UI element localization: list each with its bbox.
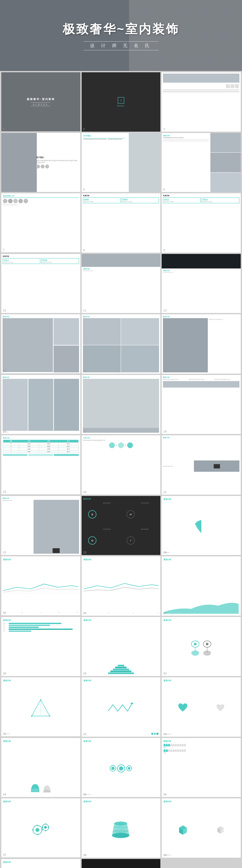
- slide-36[interactable]: 数据分析 33% 21% 36: [162, 738, 241, 797]
- slide-4[interactable]: 关于我们 这是关于我们的内容介绍文字这是关于我们的内容介绍文字这是关于我们的内容…: [1, 133, 80, 192]
- slide-18[interactable]: 案例介绍 案例详情介绍文字内容展示介绍内容 案例详情介绍文字内容展示介绍内容 案…: [162, 375, 241, 434]
- svg-rect-34: [42, 827, 43, 828]
- slide29-title: 数据分析: [84, 619, 159, 622]
- slide-3[interactable]: 3: [162, 72, 241, 132]
- slide-11[interactable]: 案例介绍 案例介绍详情文字内容 11: [82, 254, 161, 313]
- slide-24[interactable]: 数据分析 图表数据说明 24: [162, 496, 241, 555]
- slide10-title: 发展历程: [3, 255, 79, 257]
- slide-1[interactable]: 极致奢华~室内装饰 设计师无名氏 1: [1, 72, 80, 131]
- slide-27[interactable]: 数据分析 27: [162, 556, 241, 616]
- svg-point-10: [194, 643, 196, 645]
- slide34-title: 数据分析: [3, 740, 79, 743]
- slide33-body: 爱心图表数据说明: [163, 734, 239, 735]
- slide29-number: 29: [83, 672, 87, 675]
- slide-19[interactable]: 案例介绍 项目内容说明备注 A内容1说明1备注1 B内容2说明2备注2 C内容3…: [1, 435, 80, 494]
- slide-41[interactable]: THANK YOU 41: [82, 859, 161, 868]
- slide-16[interactable]: 案例介绍 案例详情内容 16: [1, 375, 80, 434]
- slide-35[interactable]: 数据分析 圆圈图表说明内容 35: [82, 738, 161, 797]
- slide-31[interactable]: 数据分析 三角形图表说明 31: [1, 677, 80, 736]
- slide-10[interactable]: 发展历程 2014 发展历程节点介绍内容 2016 发展历程节点介绍内容 10: [1, 254, 80, 313]
- svg-point-25: [35, 828, 39, 832]
- slide-34[interactable]: 数据分析 34: [1, 738, 80, 797]
- slide-40[interactable]: 数据分析 40: [1, 859, 80, 868]
- slide23-ow: 机会分析内容说明: [102, 528, 121, 553]
- slide-39[interactable]: 数据分析 立体图表数据说明 39: [162, 798, 241, 858]
- svg-point-22: [49, 715, 50, 717]
- slide-15[interactable]: 案例介绍 案例详情介绍文字内容展示介绍 15: [162, 314, 241, 374]
- hero-section: 极致奢华~室内装饰 设 计 师 无 名 氏: [0, 0, 242, 71]
- slide26-number: 26: [83, 612, 87, 615]
- slide35-number: 35: [83, 793, 87, 796]
- slide-7[interactable]: 案例的团队介绍 团队成员介绍文字内容在这里展示 7: [1, 193, 80, 252]
- svg-point-21: [31, 715, 32, 717]
- slide7-title: 案例的团队介绍: [3, 195, 79, 197]
- slide-12[interactable]: 案例介绍 案例介绍详情文字内容 12: [162, 254, 241, 313]
- slide7-body: 团队成员介绍文字内容在这里展示: [3, 204, 79, 206]
- slide40-title: 数据分析: [3, 861, 79, 864]
- slide34-number: 34: [3, 793, 6, 796]
- slide-2[interactable]: ⌂ 室导简介 2: [82, 72, 161, 132]
- svg-point-37: [112, 833, 129, 838]
- slide-13[interactable]: 案例介绍 13: [1, 314, 80, 373]
- slide-26[interactable]: 数据分析 Q1Q2Q3Q4 26: [82, 556, 161, 616]
- slide2-number: 2: [83, 127, 85, 131]
- slide-9[interactable]: 发展历程 2011 发展历程节点介绍内容 2012 发展历程节点介绍内容 9: [162, 193, 241, 253]
- slide4-number: 4: [3, 188, 4, 191]
- svg-rect-32: [45, 824, 46, 825]
- slide23-t: 威胁分析内容说明: [140, 528, 159, 553]
- svg-rect-27: [37, 834, 38, 835]
- slide-5[interactable]: 关于我们 关于我们的详细介绍文字内容在这里展示，包含团队信息和项目经验 5: [82, 133, 161, 192]
- slide30-title: 数据分析: [163, 619, 239, 622]
- svg-text:W: W: [129, 513, 132, 516]
- slide-20[interactable]: 业务介绍 业务介绍详情文字内容在这里展示介绍 20: [82, 435, 161, 495]
- svg-point-38: [114, 826, 128, 829]
- slide-6[interactable]: 案例介绍 室内装饰案例详情介绍文字内容展示 6: [162, 133, 241, 192]
- slide39-title: 数据分析: [163, 800, 239, 803]
- svg-rect-29: [41, 829, 42, 831]
- slide36-title: 数据分析: [163, 740, 239, 743]
- slide6-number: 6: [163, 188, 165, 191]
- slide33-number: 33: [163, 733, 167, 736]
- slide-14[interactable]: 案例介绍 14: [82, 314, 161, 374]
- slide2-text: 室导简介: [117, 105, 125, 107]
- slide-22[interactable]: 案例介绍 案例详情介绍文字内容 22: [1, 496, 80, 555]
- slide12-body: 案例介绍详情文字内容: [163, 272, 239, 273]
- slide-8[interactable]: 发展历程 2006 发展历程节点介绍内容 2009 发展历程节点介绍内容 8: [82, 193, 161, 253]
- slide1-sub: 设计师无名氏: [31, 102, 50, 106]
- slide1-title: 极致奢华~室内装饰: [27, 97, 55, 101]
- slide-30[interactable]: 数据分析 30: [162, 617, 241, 676]
- slide24-legend: 图表数据说明: [163, 552, 239, 553]
- slide23-sw: 优势分析内容说明: [102, 502, 121, 527]
- slide36-pct1: 33%: [163, 747, 239, 748]
- slide36-number: 36: [163, 793, 167, 796]
- slide-37[interactable]: 数据分析: [1, 798, 80, 857]
- slide-23[interactable]: 数据分析 S O: [82, 496, 161, 555]
- slide27-title: 数据分析: [163, 558, 239, 561]
- slide38-title: 数据分析: [84, 800, 159, 803]
- slide-17[interactable]: 案例介绍 17: [82, 375, 161, 434]
- slide32-number: 32: [83, 733, 87, 736]
- slide20-title: 业务介绍: [83, 437, 159, 439]
- slide18-col3: 案例详情介绍文字内容展示介绍内容: [215, 379, 239, 380]
- slide35-body: 圆圈图表说明内容: [84, 794, 159, 795]
- svg-rect-33: [45, 830, 46, 831]
- slide-33[interactable]: 数据分析 爱心图表数据说明 33: [162, 677, 241, 737]
- slide-38[interactable]: 数据分析 38: [82, 798, 161, 858]
- slide24-number: 24: [163, 551, 167, 554]
- slide25-number: 25: [3, 611, 6, 614]
- svg-marker-23: [130, 702, 134, 704]
- house-icon: ⌂: [120, 98, 122, 102]
- slide-29[interactable]: 数据分析 29: [82, 617, 161, 676]
- slide-32[interactable]: 数据分析 32: [82, 677, 161, 737]
- slide-21[interactable]: 案例介绍 案例详情介绍文字内容 21: [162, 435, 241, 495]
- slide30-number: 30: [163, 672, 167, 675]
- slide39-number: 39: [163, 854, 167, 857]
- slide31-number: 31: [3, 732, 6, 735]
- slide-28[interactable]: 数据分析 A类 B类 C类 D类 E类 28: [1, 617, 80, 676]
- slide15-number: 15: [163, 369, 167, 373]
- slide15-title: 案例介绍: [163, 316, 239, 317]
- slide-25[interactable]: 数据分析 JanMarJunSepDec 25: [1, 556, 80, 615]
- slide36-pct2: 21%: [163, 752, 239, 754]
- svg-point-12: [191, 651, 199, 656]
- svg-point-31: [44, 826, 47, 829]
